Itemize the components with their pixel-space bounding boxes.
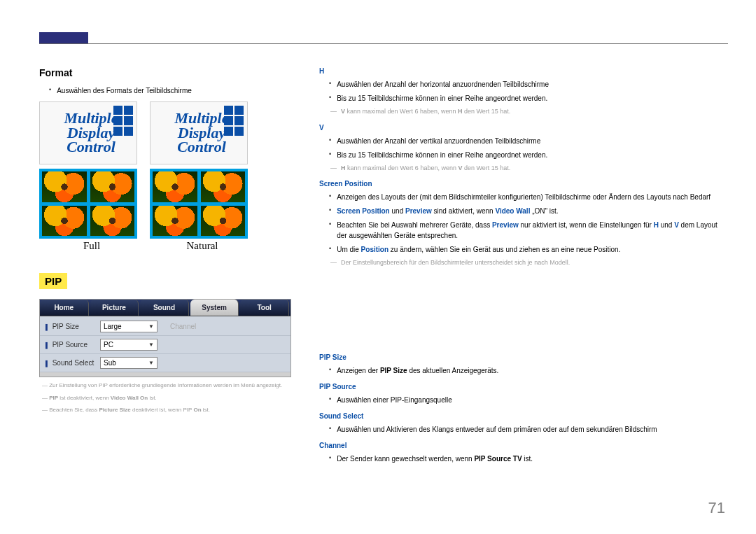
row-sound-select: Sound Select Sub▼	[40, 354, 290, 372]
mdc-full-box: MultipleDisplayControl	[39, 101, 137, 164]
dropdown-pip-size[interactable]: Large▼	[100, 321, 158, 332]
v-b1: Auswählen der Anzahl der vertikal anzuor…	[319, 136, 722, 146]
pip-note-2: ― PIP ist deaktiviert, wenn Video Wall O…	[39, 394, 291, 402]
pipsource-b1: Auswählen einer PIP-Eingangsquelle	[319, 395, 722, 405]
pip-note-1: ― Zur Einstellung von PIP erforderliche …	[39, 381, 291, 390]
settings-panel: Home Picture Sound System Tool PIP Size …	[39, 299, 291, 377]
h-b2: Bis zu 15 Teilbildschirme können in eine…	[319, 93, 722, 104]
sp-b3: Beachten Sie bei Auswahl mehrerer Geräte…	[319, 220, 722, 241]
tab-picture[interactable]: Picture	[90, 300, 139, 316]
tab-system[interactable]: System	[190, 300, 239, 316]
panel-tab-bar: Home Picture Sound System Tool	[40, 300, 290, 316]
page-number: 71	[708, 499, 725, 517]
heading-v: V	[319, 124, 722, 132]
heading-pip-source: PIP Source	[319, 383, 722, 391]
tab-sound[interactable]: Sound	[140, 300, 189, 316]
dropdown-sound-select[interactable]: Sub▼	[100, 357, 158, 369]
pip-badge: PIP	[39, 273, 67, 289]
sound-b1: Auswählen und Aktivieren des Klangs entw…	[319, 424, 722, 435]
tab-tool[interactable]: Tool	[240, 300, 289, 316]
h-note: V kann maximal den Wert 6 haben, wenn H …	[319, 107, 722, 117]
row-pip-source: PIP Source PC▼	[40, 336, 290, 354]
label-sound-select: Sound Select	[46, 359, 100, 367]
natural-label: Natural	[150, 240, 255, 252]
sp-b4: Um die Position zu ändern, wählen Sie ei…	[319, 244, 722, 255]
chevron-down-icon: ▼	[148, 323, 154, 330]
label-pip-source: PIP Source	[46, 341, 100, 349]
format-heading: Format	[39, 67, 291, 78]
header-rule	[39, 43, 728, 44]
tab-home[interactable]: Home	[40, 300, 89, 316]
h-b1: Auswählen der Anzahl der horizontal anzu…	[319, 79, 722, 90]
chevron-down-icon: ▼	[148, 342, 154, 348]
heading-screen-position: Screen Position	[319, 180, 722, 188]
flower-full	[39, 169, 137, 239]
sp-b1: Anzeigen des Layouts der (mit dem Bildsc…	[319, 192, 722, 202]
v-note: H kann maximal den Wert 6 haben, wenn V …	[319, 164, 722, 174]
format-thumbnails: MultipleDisplayControl Full MultipleDisp…	[39, 101, 291, 252]
heading-sound-select: Sound Select	[319, 412, 722, 420]
header-tab-marker	[39, 32, 88, 43]
row-pip-size: PIP Size Large▼ Channel	[40, 318, 290, 336]
channel-b1: Der Sender kann gewechselt werden, wenn …	[319, 454, 722, 464]
pip-note-3: ― Beachten Sie, dass Picture Size deakti…	[39, 406, 291, 414]
chevron-down-icon: ▼	[148, 360, 154, 366]
sp-note: Der Einstellungsbereich für den Bildschi…	[319, 258, 722, 268]
heading-h: H	[319, 67, 722, 75]
sp-b2: Screen Position und Preview sind aktivie…	[319, 206, 722, 216]
dropdown-pip-source[interactable]: PC▼	[100, 339, 158, 351]
flower-natural	[150, 169, 248, 239]
v-b2: Bis zu 15 Teilbildschirme können in eine…	[319, 150, 722, 160]
heading-channel: Channel	[319, 442, 722, 449]
pipsize-b1: Anzeigen der PIP Size des aktuellen Anze…	[319, 365, 722, 376]
format-bullet: Auswählen des Formats der Teilbildschirm…	[39, 85, 291, 96]
mdc-natural-box: MultipleDisplayControl	[150, 101, 248, 164]
full-label: Full	[39, 240, 144, 252]
heading-pip-size: PIP Size	[319, 353, 722, 361]
label-channel-disabled: Channel	[170, 323, 196, 330]
label-pip-size: PIP Size	[46, 323, 100, 330]
